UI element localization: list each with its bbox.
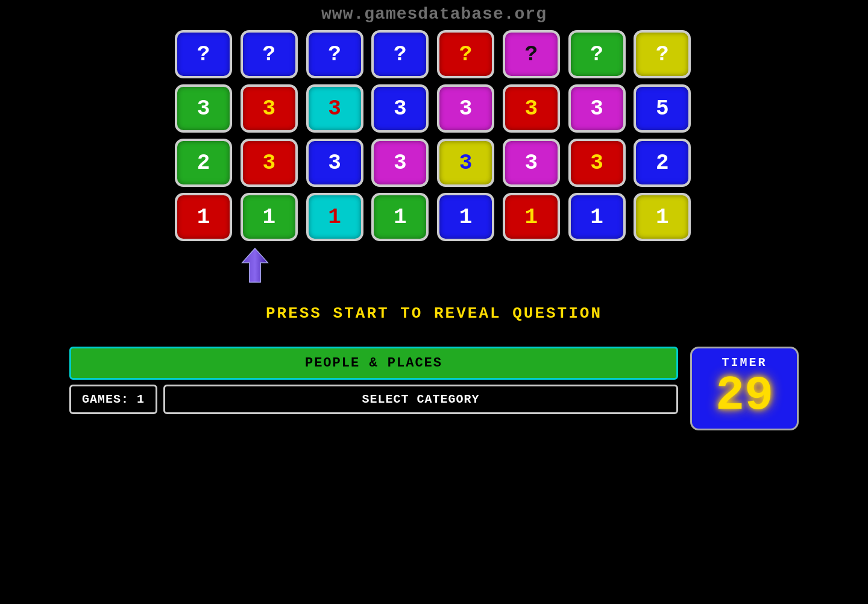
svg-marker-0: [242, 248, 268, 282]
grid-cell-r3-c0[interactable]: 1: [175, 193, 232, 241]
bottom-left: PEOPLE & PLACES GAMES: 1 SELECT CATEGORY: [69, 347, 678, 414]
grid-cell-r2-c7[interactable]: 2: [634, 139, 691, 187]
grid-cell-r2-c0[interactable]: 2: [175, 139, 232, 187]
grid-cell-r0-c0[interactable]: ?: [175, 30, 232, 78]
grid-cell-r2-c5[interactable]: 3: [503, 139, 560, 187]
grid-cell-r3-c1[interactable]: 1: [241, 193, 298, 241]
grid-cell-r3-c5[interactable]: 1: [503, 193, 560, 241]
grid-cell-r0-c4[interactable]: ?: [437, 30, 494, 78]
timer-value: 29: [704, 372, 785, 420]
grid-cell-r3-c7[interactable]: 1: [634, 193, 691, 241]
grid-cell-r1-c1[interactable]: 3: [241, 84, 298, 133]
press-start-text: PRESS START TO REVEAL QUESTION: [51, 304, 817, 322]
grid-cell-r1-c7[interactable]: 5: [634, 84, 691, 133]
grid-cell-r1-c0[interactable]: 3: [175, 84, 232, 133]
grid-cell-r1-c5[interactable]: 3: [503, 84, 560, 133]
grid-cell-r2-c6[interactable]: 3: [568, 139, 626, 187]
grid-cell-r0-c7[interactable]: ?: [634, 30, 691, 78]
grid-cell-r0-c2[interactable]: ?: [306, 30, 363, 78]
watermark: www.gamesdatabase.org: [321, 5, 547, 24]
grid-cell-r3-c2[interactable]: 1: [306, 193, 363, 241]
bottom-row: GAMES: 1 SELECT CATEGORY: [69, 385, 678, 414]
game-area: ????????333333352333333211111111 PRESS S…: [51, 30, 817, 580]
grid-cell-r2-c3[interactable]: 3: [371, 139, 429, 187]
select-category-button[interactable]: SELECT CATEGORY: [163, 385, 678, 414]
grid-cell-r2-c1[interactable]: 3: [241, 139, 298, 187]
up-arrow-icon: [240, 247, 270, 283]
games-counter: GAMES: 1: [69, 385, 157, 414]
grid-cell-r0-c6[interactable]: ?: [568, 30, 626, 78]
grid-cell-r1-c3[interactable]: 3: [371, 84, 429, 133]
grid-cell-r0-c1[interactable]: ?: [241, 30, 298, 78]
timer-label: TIMER: [704, 356, 785, 370]
grid-cell-r3-c3[interactable]: 1: [371, 193, 429, 241]
bottom-panel: PEOPLE & PLACES GAMES: 1 SELECT CATEGORY…: [51, 347, 817, 430]
timer-panel: TIMER 29: [690, 347, 799, 430]
grid-cell-r0-c5[interactable]: ?: [503, 30, 560, 78]
grid-cell-r1-c2[interactable]: 3: [306, 84, 363, 133]
grid-cell-r2-c4[interactable]: 3: [437, 139, 494, 187]
grid-cell-r1-c6[interactable]: 3: [568, 84, 626, 133]
grid-cell-r1-c4[interactable]: 3: [437, 84, 494, 133]
grid-cell-r0-c3[interactable]: ?: [371, 30, 429, 78]
grid-cell-r3-c6[interactable]: 1: [568, 193, 626, 241]
arrow-container: [175, 247, 693, 286]
grid-cell-r2-c2[interactable]: 3: [306, 139, 363, 187]
tile-grid: ????????333333352333333211111111: [175, 30, 693, 241]
category-display: PEOPLE & PLACES: [69, 347, 678, 380]
grid-cell-r3-c4[interactable]: 1: [437, 193, 494, 241]
